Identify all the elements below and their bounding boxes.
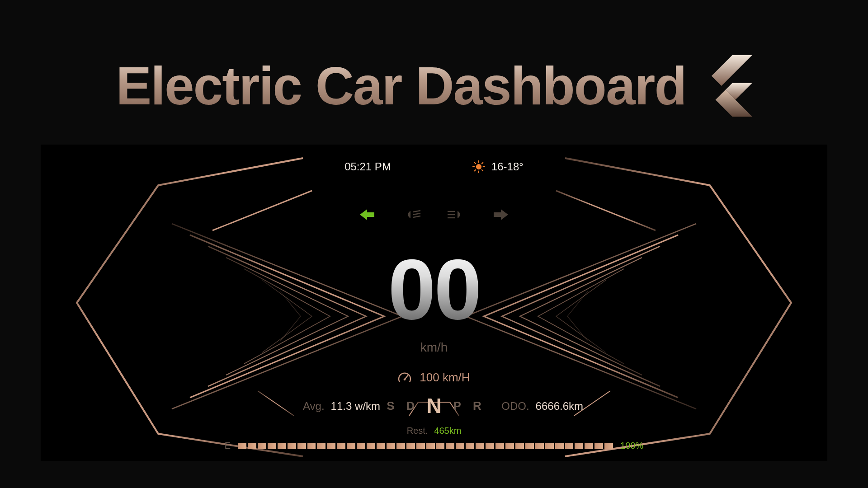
battery-segment <box>565 443 574 449</box>
battery-empty-label: E <box>225 441 231 451</box>
battery-segment <box>456 443 464 449</box>
cruise-speed-value: 100 km/H <box>420 371 470 385</box>
battery-segment <box>525 443 534 449</box>
title-row: Electric Car Dashboard <box>116 54 752 117</box>
battery-bar <box>238 443 613 449</box>
battery-segment <box>258 443 266 449</box>
speed-value: 00 <box>388 246 480 332</box>
top-status-bar: 05:21 PM 16-18° <box>41 160 827 173</box>
indicator-row <box>41 208 827 221</box>
battery-segment <box>575 443 583 449</box>
battery-segment <box>476 443 484 449</box>
svg-point-3 <box>476 164 481 169</box>
page-title: Electric Car Dashboard <box>116 55 686 117</box>
rest-label: Rest. <box>407 426 428 436</box>
svg-line-8 <box>475 163 476 164</box>
speed-unit: km/h <box>420 340 448 355</box>
battery-segment <box>486 443 494 449</box>
battery-segment <box>307 443 316 449</box>
weather: 16-18° <box>472 160 524 173</box>
battery-segment <box>446 443 454 449</box>
svg-line-10 <box>475 170 476 171</box>
battery-segment <box>545 443 554 449</box>
odo-value: 6666.6km <box>536 400 583 413</box>
battery-segment <box>406 443 415 449</box>
gear-p: P <box>453 399 461 413</box>
battery-segment <box>238 443 246 449</box>
flutter-logo-icon <box>703 54 752 117</box>
avg-value: 11.3 w/km <box>331 400 380 413</box>
high-beam-indicator-icon <box>447 208 467 221</box>
battery-segment <box>416 443 425 449</box>
speedometer-icon <box>398 372 411 384</box>
gear-r: R <box>473 399 481 413</box>
battery-gauge: E 100% <box>41 441 827 451</box>
clock: 05:21 PM <box>344 160 391 173</box>
svg-line-9 <box>482 170 483 171</box>
gear-d: D <box>406 399 415 413</box>
battery-segment <box>387 443 395 449</box>
rest-value: 465km <box>434 426 461 436</box>
page: Electric Car Dashboard <box>0 0 868 488</box>
battery-segment <box>396 443 405 449</box>
temperature: 16-18° <box>491 160 524 173</box>
range-remaining: Rest. 465km <box>41 426 827 436</box>
battery-segment <box>594 443 603 449</box>
battery-segment <box>347 443 355 449</box>
gear-selector: S D N P R <box>41 395 827 416</box>
battery-segment <box>426 443 435 449</box>
battery-segment <box>367 443 375 449</box>
sun-icon <box>472 160 485 173</box>
gear-n-active: N <box>426 395 441 416</box>
avg-consumption: Avg. 11.3 w/km <box>303 400 380 413</box>
gear-s: S <box>387 399 394 413</box>
svg-line-12 <box>413 211 420 212</box>
battery-segment <box>436 443 445 449</box>
avg-label: Avg. <box>303 400 325 413</box>
battery-segment <box>288 443 296 449</box>
svg-line-13 <box>413 213 420 215</box>
battery-segment <box>278 443 286 449</box>
odo-label: ODO. <box>501 400 529 413</box>
battery-percent: 100% <box>620 441 643 451</box>
battery-segment <box>585 443 593 449</box>
odometer: ODO. 6666.6km <box>501 400 583 413</box>
battery-segment <box>337 443 345 449</box>
battery-segment <box>297 443 306 449</box>
battery-segment <box>505 443 514 449</box>
battery-segment <box>466 443 474 449</box>
svg-line-14 <box>413 216 420 217</box>
svg-line-11 <box>482 163 483 164</box>
battery-segment <box>268 443 276 449</box>
speedometer: 00 km/h <box>41 246 827 355</box>
dashboard-panel: 05:21 PM 16-18° <box>41 145 827 461</box>
battery-segment <box>327 443 335 449</box>
battery-segment <box>535 443 544 449</box>
low-beam-indicator-icon <box>401 208 421 221</box>
cruise-speed: 100 km/H <box>41 371 827 385</box>
battery-segment <box>495 443 504 449</box>
battery-segment <box>317 443 326 449</box>
battery-segment <box>604 443 613 449</box>
battery-segment <box>555 443 564 449</box>
battery-segment <box>248 443 256 449</box>
svg-point-19 <box>404 378 406 380</box>
turn-right-indicator-icon <box>493 208 509 221</box>
battery-segment <box>515 443 524 449</box>
turn-left-indicator-icon <box>359 208 375 221</box>
battery-segment <box>357 443 365 449</box>
battery-segment <box>377 443 385 449</box>
